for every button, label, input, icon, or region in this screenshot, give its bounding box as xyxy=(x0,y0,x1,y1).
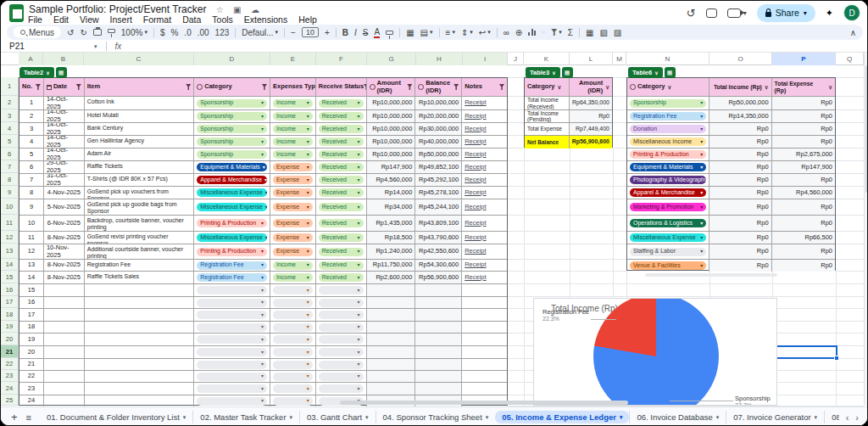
cell-amount[interactable] xyxy=(367,383,416,395)
table-chip-name[interactable]: Table3∨ xyxy=(526,67,560,78)
pill-received[interactable]: Received▾ xyxy=(319,233,364,242)
row-header-23[interactable]: 23 xyxy=(1,370,19,382)
cell-category[interactable]: Miscellaneous Expense▾ xyxy=(194,232,270,244)
cell-value[interactable]: Rp7,449,400 xyxy=(570,123,612,135)
pill-empty[interactable]: ▾ xyxy=(273,323,313,332)
more-formats-button[interactable]: 123 xyxy=(215,28,230,37)
chevron-down-icon[interactable]: ▾ xyxy=(365,414,369,421)
pill-income[interactable]: Income▾ xyxy=(273,137,313,146)
cell-amount[interactable] xyxy=(367,284,416,296)
pill-photography-videography[interactable]: Photography & Videography▾ xyxy=(630,176,706,184)
cell-balance[interactable]: Rp45,278,100 xyxy=(415,187,462,199)
cell-value[interactable]: Rp56,900,600 xyxy=(570,136,612,149)
cell-balance[interactable] xyxy=(415,322,462,333)
cell-no[interactable]: 5 xyxy=(19,149,44,160)
cell-expense-type[interactable]: ▾ xyxy=(270,334,316,345)
pill-operations-logistics[interactable]: Operations & Logistics▾ xyxy=(630,219,706,227)
receipt-link[interactable]: Receipt xyxy=(465,204,486,211)
cell-notes[interactable] xyxy=(462,371,507,382)
increase-font-size-button[interactable]: + xyxy=(325,28,330,37)
cell-balance[interactable] xyxy=(415,383,462,395)
pill-received[interactable]: Received▾ xyxy=(319,125,364,133)
cell-category[interactable]: Sponsorship▾ xyxy=(194,136,270,148)
pill-registration-fee[interactable]: Registration Fee▾ xyxy=(197,261,267,270)
cell-total-expense[interactable]: Rp147,900 xyxy=(772,161,835,173)
chevron-down-icon[interactable]: ▾ xyxy=(486,414,489,421)
cell-total-income[interactable]: Rp0 xyxy=(709,187,771,199)
table-chip-table2[interactable]: Table2∨▦ xyxy=(19,67,67,78)
receipt-link[interactable]: Receipt xyxy=(465,248,486,255)
cell-label[interactable]: Net Balance xyxy=(525,136,570,149)
cell-amount[interactable]: Rp18,500 xyxy=(367,232,416,244)
row-header-1[interactable]: 1 xyxy=(1,77,19,96)
decrease-decimal-button[interactable]: .0 xyxy=(184,28,191,37)
chevron-down-icon[interactable]: ▾ xyxy=(620,414,623,421)
table-tools-button[interactable]: ▦ xyxy=(586,28,593,37)
cell-receive-status[interactable]: ▾ xyxy=(316,309,367,321)
cell-total-income[interactable]: Rp14,350,000 xyxy=(709,110,771,122)
increase-decimal-button[interactable]: .00 xyxy=(198,28,209,37)
cell-total-expense[interactable]: Rp0 xyxy=(772,174,835,186)
cell-notes[interactable]: Receipt xyxy=(462,149,507,160)
pill-empty[interactable]: ▾ xyxy=(197,361,267,369)
cell-balance[interactable] xyxy=(415,297,462,308)
cell-amount[interactable]: Rp4,560,000 xyxy=(367,174,416,186)
cell-no[interactable]: 1 xyxy=(19,97,44,109)
cell-category[interactable]: ▾ xyxy=(194,309,270,321)
filter-views-button[interactable]: ▾ xyxy=(551,29,562,36)
cell-total-income[interactable]: Rp50,000,000 xyxy=(709,97,771,109)
cell-category[interactable]: Apparel & Merchandise▾ xyxy=(627,187,709,199)
cell-category[interactable]: Registration Fee▾ xyxy=(627,110,709,122)
pill-staffing-labor[interactable]: Staffing & Labor▾ xyxy=(630,248,706,256)
cell-amount[interactable]: Rp11,750,000 xyxy=(367,260,416,271)
cell-item[interactable] xyxy=(85,334,195,345)
filter-icon[interactable] xyxy=(407,84,412,90)
cell-expense-type[interactable]: Expense▾ xyxy=(270,187,316,199)
cell-amount[interactable]: Rp10,000,000 xyxy=(367,123,416,135)
create-filter-button[interactable] xyxy=(542,31,545,33)
cell-item[interactable] xyxy=(85,309,195,321)
pill-empty[interactable]: ▾ xyxy=(197,323,267,332)
insert-link-button[interactable]: ∞ xyxy=(504,28,509,37)
cell-date[interactable]: 14-Oct-2025 xyxy=(44,97,85,109)
cell-no[interactable]: 16 xyxy=(19,297,44,308)
print-button[interactable] xyxy=(93,29,102,36)
cell-notes[interactable]: Receipt xyxy=(462,136,507,148)
column-header-G[interactable]: G xyxy=(367,53,416,65)
cell-category[interactable]: Registration Fee▾ xyxy=(194,272,270,283)
cell-category[interactable]: Staffing & Labor▾ xyxy=(627,244,709,259)
cell-date[interactable] xyxy=(44,284,85,296)
cell-total-income[interactable]: Rp0 xyxy=(709,260,771,272)
table6-header-total-expense-rp-[interactable]: Total Expense (Rp)∨ xyxy=(772,78,835,96)
cell-date[interactable] xyxy=(44,297,85,308)
chevron-down-icon[interactable]: ▾ xyxy=(290,414,293,421)
cell-balance[interactable]: Rp20,000,000 xyxy=(415,110,462,122)
italic-button[interactable]: I xyxy=(354,28,357,37)
cell-no[interactable]: 19 xyxy=(19,334,44,345)
cell-notes[interactable] xyxy=(462,334,507,345)
strikethrough-button[interactable]: S xyxy=(363,28,369,37)
table3-header-amount-idr-[interactable]: Amount (IDR)∨ xyxy=(570,78,612,96)
pill-empty[interactable]: ▾ xyxy=(319,348,364,356)
pill-received[interactable]: Received▾ xyxy=(319,99,364,108)
cell-item[interactable] xyxy=(85,359,195,370)
cell-no[interactable]: 4 xyxy=(19,136,44,148)
cell-balance[interactable]: Rp49,852,100 xyxy=(415,161,462,173)
cell-date[interactable] xyxy=(44,322,85,333)
row-header-9[interactable]: 9 xyxy=(1,186,19,199)
cell-category[interactable]: Printing & Production▾ xyxy=(194,244,270,259)
cell-item[interactable]: GoSend revisi printing voucher sponsor xyxy=(85,232,195,244)
menu-help[interactable]: Help xyxy=(298,14,317,25)
cell-total-expense[interactable]: Rp2,675,000 xyxy=(772,149,835,160)
cell-expense-type[interactable]: Income▾ xyxy=(270,123,316,135)
cell-no[interactable]: 10 xyxy=(19,216,44,231)
cell-no[interactable]: 17 xyxy=(19,309,44,321)
row-header-20[interactable]: 20 xyxy=(1,333,19,345)
pill-received[interactable]: Received▾ xyxy=(319,150,364,159)
pill-apparel-merchandise[interactable]: Apparel & Merchandise▾ xyxy=(197,176,267,184)
pill-received[interactable]: Received▾ xyxy=(319,137,364,146)
avatar[interactable]: D xyxy=(843,4,860,21)
cell-expense-type[interactable]: ▾ xyxy=(270,309,316,321)
pill-registration-fee[interactable]: Registration Fee▾ xyxy=(630,112,706,121)
pill-empty[interactable]: ▾ xyxy=(319,373,364,381)
